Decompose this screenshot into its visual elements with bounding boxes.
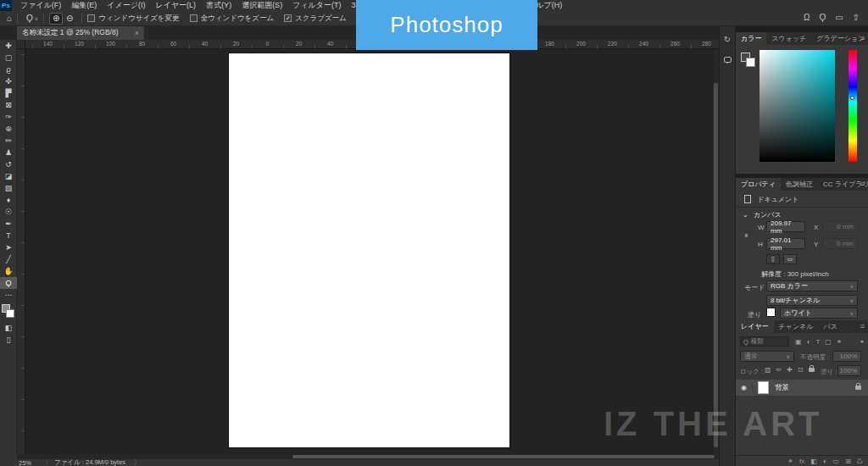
quick-mask-button[interactable]: ◧ xyxy=(0,322,17,334)
tool-zoom[interactable]: Ϙ xyxy=(0,277,17,289)
filter-adjustment-icon[interactable]: ◐ xyxy=(807,338,811,346)
scrollbar-thumb[interactable] xyxy=(292,455,715,458)
fill-select[interactable]: ホワイト ∨ xyxy=(780,308,858,319)
tool-gradient[interactable]: ▧ xyxy=(0,182,17,194)
landscape-orientation-button[interactable]: ▭ xyxy=(783,254,797,264)
panel-menu-icon[interactable]: ≡ xyxy=(860,34,865,42)
scrollbar-thumb[interactable] xyxy=(714,83,718,447)
adjustment-layer-icon[interactable]: ◐ xyxy=(823,458,827,465)
panel-menu-icon[interactable]: ≡ xyxy=(860,180,865,188)
option-checkbox[interactable]: ✓ スクラブズーム xyxy=(284,14,347,24)
lock-transparency-icon[interactable]: ▨ xyxy=(765,366,771,374)
portrait-orientation-button[interactable]: ▯ xyxy=(766,254,780,264)
height-field[interactable]: 297.01 mm xyxy=(766,238,805,249)
search-icon[interactable]: Ϙ xyxy=(819,13,826,22)
tool-dodge[interactable]: ☉ xyxy=(0,206,17,218)
filter-type-icon[interactable]: T xyxy=(815,338,820,346)
vertical-scrollbar[interactable] xyxy=(713,49,719,454)
tool-more-tools[interactable]: ⋯ xyxy=(0,289,17,301)
zoom-out-button[interactable]: ⊖ xyxy=(63,13,76,25)
color-mode-select[interactable]: RGB カラー ∨ xyxy=(766,280,858,291)
screen-mode-button[interactable]: ▯ xyxy=(0,334,17,346)
y-field[interactable]: 0 mm xyxy=(822,238,858,249)
tool-eyedropper[interactable]: ✑ xyxy=(0,111,17,123)
close-icon[interactable]: × xyxy=(135,29,139,37)
vertical-ruler[interactable] xyxy=(17,49,25,454)
new-group-icon[interactable]: ▭ xyxy=(833,458,840,465)
width-field[interactable]: 209.97 mm xyxy=(766,221,805,232)
filter-toggle-icon[interactable]: ● xyxy=(860,338,864,344)
document-tab[interactable]: 名称未設定 1 @ 25% (RGB/8) × xyxy=(17,26,144,40)
option-checkbox[interactable]: ✓ 全ウィンドウをズーム xyxy=(190,14,275,24)
tool-eraser[interactable]: ◪ xyxy=(0,170,17,182)
menu-item[interactable]: レイヤー(L) xyxy=(150,0,201,11)
panel-tab[interactable]: プロパティ xyxy=(736,178,781,191)
tool-hand[interactable]: ✋ xyxy=(0,265,17,277)
workspace-icon[interactable]: ▭ xyxy=(835,13,843,22)
filter-pixel-icon[interactable]: ▣ xyxy=(795,338,802,346)
checkbox[interactable]: ✓ xyxy=(87,14,95,22)
zoom-in-button[interactable]: ⊕ xyxy=(49,13,63,25)
layer-effects-icon[interactable]: fx xyxy=(799,458,804,465)
share-icon[interactable]: ⇧ xyxy=(853,13,860,22)
tool-lasso[interactable]: ϱ xyxy=(0,64,17,75)
photoshop-app-icon[interactable]: Ps xyxy=(0,0,12,11)
menu-item[interactable]: 編集(E) xyxy=(66,0,102,11)
filter-shape-icon[interactable]: ▢ xyxy=(825,338,832,346)
tool-shape[interactable]: ╱ xyxy=(0,253,17,265)
tool-clone-stamp[interactable]: ♟ xyxy=(0,147,17,158)
fill-color-swatch[interactable] xyxy=(766,308,776,317)
option-checkbox[interactable]: ✓ ウィンドウサイズを変更 xyxy=(87,14,179,24)
hue-slider-handle[interactable] xyxy=(850,96,854,100)
background-color-swatch[interactable] xyxy=(746,58,755,67)
bit-depth-select[interactable]: 8 bit/チャンネル ∨ xyxy=(766,295,858,306)
history-panel-icon[interactable]: ↻ xyxy=(720,32,735,46)
link-layers-icon[interactable]: ⚭ xyxy=(787,458,793,465)
tool-type[interactable]: T xyxy=(0,230,17,241)
tool-blur[interactable]: ♦ xyxy=(0,194,17,206)
x-field[interactable]: 0 mm xyxy=(822,221,858,232)
account-icon[interactable]: Ω xyxy=(804,13,810,22)
panel-tab[interactable]: カラー xyxy=(736,32,766,45)
color-swatches[interactable] xyxy=(0,303,17,322)
checkbox[interactable]: ✓ xyxy=(190,14,198,22)
blend-mode-select[interactable]: 通常 ∨ xyxy=(740,351,794,362)
panel-tab[interactable]: スウォッチ xyxy=(766,32,811,45)
menu-item[interactable]: イメージ(I) xyxy=(102,0,150,11)
layer-filter-search[interactable]: Ϙ 種類 xyxy=(740,336,789,347)
fill-opacity-field[interactable]: 100% xyxy=(837,365,861,376)
layer-mask-icon[interactable]: ◧ xyxy=(810,458,817,465)
menu-item[interactable]: 書式(Y) xyxy=(201,0,236,11)
canvas-section-header[interactable]: ⌄ カンバス xyxy=(743,210,782,219)
document-canvas[interactable] xyxy=(229,53,509,447)
link-dimensions-icon[interactable]: ⚭ xyxy=(742,232,750,239)
panel-tab[interactable]: パス xyxy=(819,320,843,333)
chevron-right-icon[interactable]: 〉 xyxy=(134,458,141,466)
panel-menu-icon[interactable]: ≡ xyxy=(860,322,865,330)
tool-brush[interactable]: ✏ xyxy=(0,135,17,147)
menu-item[interactable]: フィルター(T) xyxy=(287,0,346,11)
status-zoom-level[interactable]: 25% xyxy=(19,459,31,466)
background-color-swatch[interactable] xyxy=(6,309,14,318)
comments-panel-icon[interactable] xyxy=(720,53,735,66)
panel-tab[interactable]: チャンネル xyxy=(774,320,819,333)
home-icon[interactable]: ⌂ xyxy=(7,14,12,23)
hue-slider[interactable] xyxy=(849,50,857,162)
opacity-field[interactable]: 100% xyxy=(832,351,861,362)
tool-frame[interactable]: ⊠ xyxy=(0,99,17,111)
checkbox[interactable]: ✓ xyxy=(284,14,292,22)
menu-item[interactable]: ファイル(F) xyxy=(15,0,66,11)
lock-paint-icon[interactable]: ✏ xyxy=(776,366,782,374)
tool-history-brush[interactable]: ↺ xyxy=(0,158,17,170)
layer-row[interactable]: ◉ 背景 xyxy=(736,380,868,396)
panel-tab[interactable]: レイヤー xyxy=(736,320,774,333)
lock-all-icon[interactable] xyxy=(809,368,815,372)
delete-layer-icon[interactable]: ♺ xyxy=(857,458,863,465)
tool-object-selection[interactable]: ✜ xyxy=(0,75,17,87)
tool-healing-brush[interactable]: ⊕ xyxy=(0,123,17,135)
tool-path-selection[interactable]: ➤ xyxy=(0,241,17,253)
tool-crop[interactable]: ▛ xyxy=(0,87,17,99)
visibility-eye-icon[interactable]: ◉ xyxy=(736,384,753,391)
lock-artboard-icon[interactable]: ⊡ xyxy=(798,366,804,374)
layer-thumbnail[interactable] xyxy=(758,381,769,394)
